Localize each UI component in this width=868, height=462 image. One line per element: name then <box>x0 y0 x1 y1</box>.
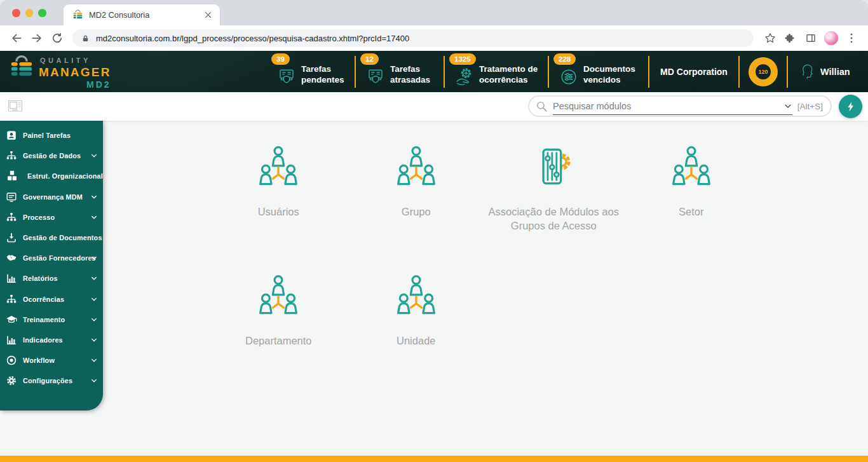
gauge-wrap[interactable]: 120 <box>740 57 787 86</box>
user-group-icon <box>395 145 438 188</box>
sidebar-item-label: Gestão Fornecedores <box>23 254 96 262</box>
chevron-down-icon <box>90 254 98 262</box>
card-usuarios[interactable]: Usuários <box>210 130 348 259</box>
browser-tab[interactable]: MD2 Consultoria <box>64 4 220 25</box>
quick-actions-button[interactable] <box>839 95 862 118</box>
sidebar-item-label: Ocorrências <box>23 296 64 303</box>
md2-lock-logo-icon <box>9 55 34 80</box>
occurrence-hand-icon <box>455 67 474 86</box>
badge-tarefas-atrasadas[interactable]: 12 Tarefas atrasadas <box>356 51 444 92</box>
company-name[interactable]: MD Corporation <box>649 67 738 77</box>
star-icon <box>764 32 776 44</box>
md2-favicon <box>72 10 83 20</box>
minimize-window-button[interactable] <box>25 9 34 17</box>
sidebar-item-label: Painel Tarefas <box>23 132 71 139</box>
card-label: Unidade <box>397 334 435 348</box>
forward-button[interactable] <box>27 28 47 48</box>
user-menu[interactable]: Willian <box>788 63 859 81</box>
chevron-down-icon[interactable] <box>783 102 792 111</box>
chevron-down-icon <box>90 193 98 201</box>
sidebar-item-painel-tarefas[interactable]: Painel Tarefas <box>0 125 103 146</box>
sidebar-item-workflow[interactable]: Workflow <box>0 350 103 370</box>
download-icon <box>6 232 17 243</box>
card-associacao-modulos[interactable]: Associação de Módulos aos Grupos de Aces… <box>485 130 623 259</box>
sidebar-item-label: Governança MDM <box>23 193 83 201</box>
browser-tab-strip: MD2 Consultoria <box>0 0 868 25</box>
sidebar-item-label: Estrut. Organizacional <box>27 172 103 180</box>
sidebar-item-indicadores[interactable]: Indicadores <box>0 330 103 350</box>
sitemap-icon <box>6 294 17 305</box>
chevron-down-icon <box>90 336 98 344</box>
browser-menu-button[interactable] <box>841 28 862 48</box>
bookmark-button[interactable] <box>760 28 780 48</box>
sidebar-item-processo[interactable]: Processo <box>0 207 103 228</box>
back-button[interactable] <box>6 28 27 48</box>
side-panel-button[interactable] <box>801 28 821 48</box>
side-panel-icon <box>805 32 817 44</box>
browser-window: MD2 Consultoria md2consultoria.com.br/lg… <box>0 0 868 462</box>
sidebar-item-gestao-fornecedores[interactable]: Gestão Fornecedores <box>0 248 103 268</box>
browser-profile-avatar[interactable] <box>824 31 838 45</box>
reload-button[interactable] <box>47 28 67 48</box>
card-label: Departamento <box>245 334 312 348</box>
url-text: md2consultoria.com.br/lgpd_process/proce… <box>96 34 409 43</box>
user-name: Willian <box>820 67 850 77</box>
sidebar-item-label: Gestão de Documentos <box>23 234 102 241</box>
tasks-icon <box>277 67 296 86</box>
chevron-down-icon <box>90 214 98 221</box>
badge-tarefas-pendentes[interactable]: 39 Tarefas pendentes <box>267 51 355 92</box>
sidebar-item-configuracoes[interactable]: Configurações <box>0 370 103 391</box>
reload-icon <box>51 32 64 44</box>
user-group-icon <box>670 145 713 188</box>
close-window-button[interactable] <box>12 9 20 17</box>
app-toolbar: [Alt+S] <box>0 92 868 121</box>
search-shortcut-hint: [Alt+S] <box>797 102 823 111</box>
bar-chart-icon <box>6 273 17 284</box>
count-badge: 228 <box>553 53 576 65</box>
card-setor[interactable]: Setor <box>623 130 761 259</box>
maximize-window-button[interactable] <box>38 9 46 17</box>
badge-documentos-vencidos[interactable]: 228 Documentos vencidos <box>549 51 648 92</box>
user-group-icon <box>257 145 300 188</box>
progress-ring: 120 <box>749 57 778 86</box>
handshake-icon <box>6 252 17 264</box>
chevron-down-icon <box>90 152 98 160</box>
quality-manager-logo[interactable]: QUALITY MANAGER MD2 <box>9 55 130 89</box>
cubes-icon <box>6 170 18 182</box>
badge-label: Tarefas pendentes <box>301 64 348 85</box>
user-group-icon <box>257 274 300 317</box>
count-badge: 12 <box>360 53 379 65</box>
chevron-down-icon <box>90 377 98 384</box>
search-icon <box>536 100 548 112</box>
sidebar-item-governanca-mdm[interactable]: Governança MDM <box>0 187 103 207</box>
user-group-icon <box>395 274 438 317</box>
tasks-icon <box>366 67 385 86</box>
sidebar-item-ocorrencias[interactable]: Ocorrências <box>0 289 103 309</box>
sidebar-item-gestao-de-dados[interactable]: Gestão de Dados <box>0 146 103 166</box>
search-input[interactable] <box>553 101 780 111</box>
gauge-value: 120 <box>758 69 768 75</box>
bottom-accent-bar <box>0 456 868 462</box>
sidebar-item-estrut-organizacional[interactable]: Estrut. Organizacional <box>0 166 103 186</box>
logo-word-quality: QUALITY <box>40 57 111 64</box>
module-search-bar[interactable]: [Alt+S] <box>528 95 832 117</box>
sidebar-item-relatorios[interactable]: Relatórios <box>0 268 103 289</box>
sidebar-item-label: Workflow <box>23 357 55 364</box>
sidebar-item-label: Processo <box>23 214 55 221</box>
sidebar-item-treinamento[interactable]: Treinamento <box>0 309 103 330</box>
sidebar-item-label: Treinamento <box>23 316 65 323</box>
address-bar[interactable]: md2consultoria.com.br/lgpd_process/proce… <box>72 29 754 47</box>
card-label: Setor <box>679 205 703 219</box>
chevron-down-icon <box>90 357 98 364</box>
lightning-bolt-icon <box>845 101 857 112</box>
tab-close-icon[interactable] <box>203 10 214 20</box>
sidebar-item-label: Indicadores <box>23 336 63 344</box>
badge-tratamento-ocorrencias[interactable]: 1325 Tratamento de ocorrências <box>445 51 548 92</box>
card-grupo[interactable]: Grupo <box>348 130 485 259</box>
extensions-button[interactable] <box>780 28 801 48</box>
broken-image-placeholder-icon <box>8 100 23 112</box>
card-departamento[interactable]: Departamento <box>210 259 348 388</box>
logo-text: QUALITY MANAGER MD2 <box>39 55 111 89</box>
sidebar-item-gestao-de-documentos[interactable]: Gestão de Documentos <box>0 228 103 248</box>
card-unidade[interactable]: Unidade <box>348 259 485 388</box>
